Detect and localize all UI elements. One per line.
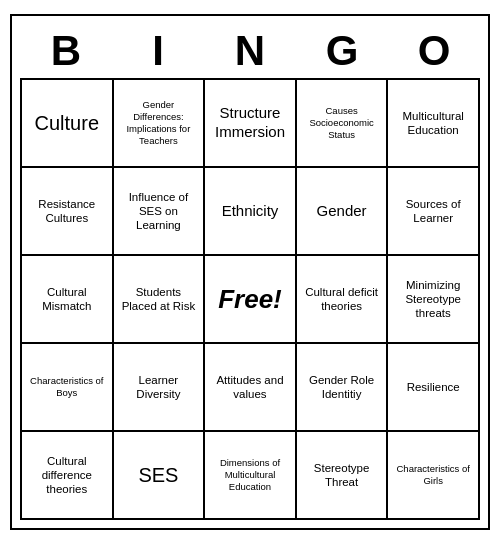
- bingo-cell: Attitudes and values: [205, 344, 297, 432]
- bingo-cell: Ethnicity: [205, 168, 297, 256]
- cell-text: Resilience: [407, 380, 460, 394]
- cell-text: Causes Socioeconomic Status: [300, 105, 384, 141]
- header-letter: B: [20, 24, 112, 78]
- cell-text: Attitudes and values: [208, 373, 292, 402]
- bingo-cell: SES: [114, 432, 206, 520]
- cell-text: Structure Immersion: [208, 104, 292, 142]
- header-letter: N: [204, 24, 296, 78]
- cell-text: Multicultural Education: [391, 109, 475, 138]
- bingo-cell: Structure Immersion: [205, 80, 297, 168]
- bingo-cell: Sources of Learner: [388, 168, 480, 256]
- bingo-cell: Multicultural Education: [388, 80, 480, 168]
- bingo-cell: Influence of SES on Learning: [114, 168, 206, 256]
- bingo-cell: Cultural deficit theories: [297, 256, 389, 344]
- cell-text: SES: [138, 463, 178, 488]
- cell-text: Resistance Cultures: [25, 197, 109, 226]
- cell-text: Cultural difference theories: [25, 454, 109, 497]
- bingo-grid: CultureGender Differences: Implications …: [20, 78, 480, 520]
- cell-text: Cultural Mismatch: [25, 285, 109, 314]
- bingo-cell: Characteristics of Girls: [388, 432, 480, 520]
- bingo-cell: Resistance Cultures: [22, 168, 114, 256]
- cell-text: Influence of SES on Learning: [117, 190, 201, 233]
- bingo-cell: Minimizing Stereotype threats: [388, 256, 480, 344]
- cell-text: Characteristics of Boys: [25, 375, 109, 399]
- cell-text: Gender: [317, 202, 367, 221]
- cell-text: Learner Diversity: [117, 373, 201, 402]
- cell-text: Sources of Learner: [391, 197, 475, 226]
- bingo-cell: Characteristics of Boys: [22, 344, 114, 432]
- bingo-cell: Free!: [205, 256, 297, 344]
- bingo-cell: Culture: [22, 80, 114, 168]
- bingo-header: BINGO: [20, 24, 480, 78]
- bingo-cell: Dimensions of Multicultural Education: [205, 432, 297, 520]
- cell-text: Minimizing Stereotype threats: [391, 278, 475, 321]
- bingo-cell: Learner Diversity: [114, 344, 206, 432]
- cell-text: Gender Differences: Implications for Tea…: [117, 99, 201, 147]
- bingo-card: BINGO CultureGender Differences: Implica…: [10, 14, 490, 530]
- bingo-cell: Gender Role Identitiy: [297, 344, 389, 432]
- header-letter: G: [296, 24, 388, 78]
- bingo-cell: Stereotype Threat: [297, 432, 389, 520]
- cell-text: Free!: [218, 283, 282, 316]
- cell-text: Culture: [35, 111, 99, 136]
- cell-text: Students Placed at Risk: [117, 285, 201, 314]
- header-letter: I: [112, 24, 204, 78]
- bingo-cell: Gender Differences: Implications for Tea…: [114, 80, 206, 168]
- cell-text: Stereotype Threat: [300, 461, 384, 490]
- cell-text: Dimensions of Multicultural Education: [208, 457, 292, 493]
- bingo-cell: Cultural Mismatch: [22, 256, 114, 344]
- bingo-cell: Resilience: [388, 344, 480, 432]
- cell-text: Cultural deficit theories: [300, 285, 384, 314]
- bingo-cell: Cultural difference theories: [22, 432, 114, 520]
- cell-text: Ethnicity: [222, 202, 279, 221]
- header-letter: O: [388, 24, 480, 78]
- bingo-cell: Causes Socioeconomic Status: [297, 80, 389, 168]
- bingo-cell: Students Placed at Risk: [114, 256, 206, 344]
- bingo-cell: Gender: [297, 168, 389, 256]
- cell-text: Characteristics of Girls: [391, 463, 475, 487]
- cell-text: Gender Role Identitiy: [300, 373, 384, 402]
